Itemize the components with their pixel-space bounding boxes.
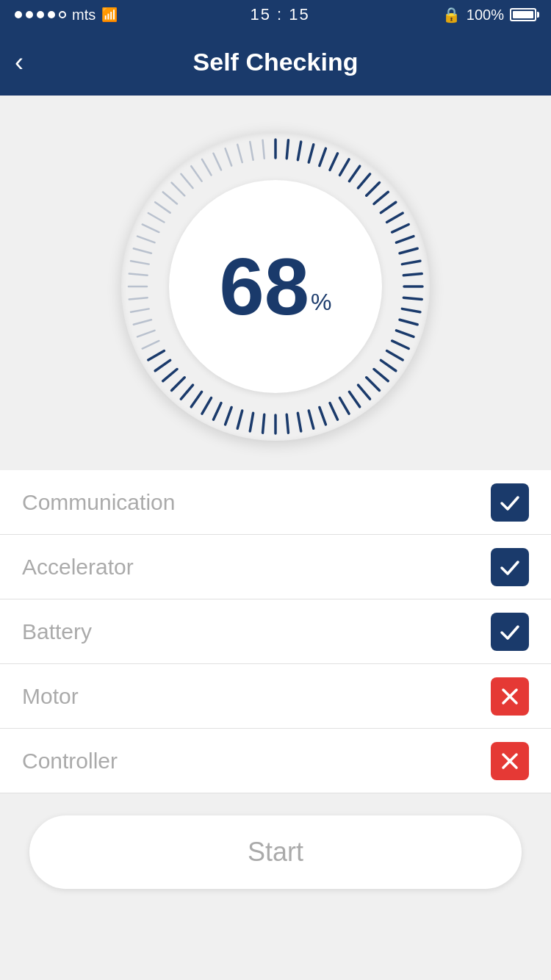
- check-item-motor: Motor: [0, 664, 551, 729]
- svg-line-8: [358, 174, 370, 188]
- svg-line-9: [367, 183, 380, 196]
- svg-line-30: [340, 398, 350, 414]
- svg-line-57: [134, 248, 151, 253]
- status-time: 15 : 15: [250, 5, 309, 24]
- svg-line-20: [402, 309, 420, 311]
- svg-line-63: [172, 183, 185, 196]
- gauge-section: 68%: [0, 96, 551, 470]
- svg-line-52: [131, 309, 149, 311]
- svg-line-32: [320, 407, 326, 424]
- svg-line-40: [226, 407, 232, 424]
- svg-line-70: [250, 142, 253, 160]
- main-content: 68% Communication Accelerator: [0, 96, 551, 980]
- check-item-communication: Communication: [0, 470, 551, 535]
- check-label-battery: Battery: [22, 619, 92, 644]
- svg-line-24: [387, 351, 403, 361]
- checkmark-icon: [498, 491, 522, 514]
- check-icon-controller: [491, 742, 529, 780]
- svg-line-69: [237, 145, 242, 162]
- svg-line-47: [155, 360, 170, 370]
- svg-line-26: [374, 369, 388, 381]
- svg-line-60: [148, 213, 165, 223]
- svg-line-64: [181, 174, 192, 188]
- svg-line-65: [191, 166, 201, 181]
- status-left: mts 📶: [15, 7, 118, 24]
- svg-line-13: [392, 224, 409, 232]
- svg-line-10: [374, 192, 388, 203]
- check-item-accelerator: Accelerator: [0, 535, 551, 599]
- svg-line-15: [400, 248, 417, 253]
- svg-line-21: [400, 320, 417, 324]
- lock-icon: 🔒: [442, 6, 461, 24]
- svg-line-31: [330, 403, 338, 420]
- check-icon-accelerator: [491, 548, 529, 586]
- dot-2: [26, 11, 33, 18]
- svg-line-41: [213, 403, 221, 420]
- check-item-controller: Controller: [0, 729, 551, 793]
- svg-line-14: [396, 237, 413, 243]
- back-button[interactable]: ‹: [15, 49, 24, 76]
- cross-icon: [498, 685, 522, 708]
- check-item-battery: Battery: [0, 599, 551, 664]
- check-label-accelerator: Accelerator: [22, 555, 134, 580]
- gauge-unit: %: [311, 289, 331, 315]
- svg-line-48: [148, 351, 165, 361]
- check-icon-motor: [491, 677, 529, 716]
- svg-line-3: [309, 145, 313, 162]
- svg-line-49: [143, 341, 159, 349]
- gauge-wrapper: 68%: [121, 132, 430, 441]
- svg-line-62: [163, 192, 177, 203]
- svg-line-22: [396, 331, 413, 337]
- svg-line-56: [131, 261, 149, 264]
- check-icon-battery: [491, 613, 529, 651]
- svg-line-12: [387, 213, 403, 223]
- svg-line-71: [263, 140, 264, 159]
- svg-line-28: [358, 385, 370, 399]
- page-title: Self Checking: [193, 48, 359, 76]
- svg-line-25: [381, 360, 395, 370]
- check-label-communication: Communication: [22, 490, 175, 515]
- dot-3: [37, 11, 44, 18]
- svg-line-46: [163, 369, 177, 381]
- svg-line-1: [287, 140, 288, 159]
- svg-line-17: [403, 274, 422, 275]
- battery-fill: [513, 11, 533, 18]
- dot-4: [48, 11, 55, 18]
- cross-icon: [498, 749, 522, 773]
- svg-line-50: [137, 331, 154, 337]
- svg-line-38: [250, 413, 253, 431]
- svg-line-37: [263, 414, 264, 433]
- svg-line-4: [320, 148, 326, 165]
- wifi-icon: 📶: [101, 7, 118, 23]
- svg-line-44: [181, 385, 192, 399]
- status-right: 🔒 100%: [442, 6, 536, 24]
- check-label-motor: Motor: [22, 684, 79, 709]
- svg-line-67: [213, 154, 221, 170]
- svg-line-33: [309, 411, 313, 428]
- svg-line-53: [129, 298, 148, 299]
- svg-line-59: [143, 224, 159, 232]
- gauge-outer: 68%: [121, 132, 430, 441]
- svg-line-29: [349, 392, 359, 406]
- check-list: Communication Accelerator Battery: [0, 470, 551, 793]
- gauge-number: 68: [220, 241, 309, 331]
- svg-line-43: [191, 392, 201, 406]
- svg-line-66: [202, 159, 212, 176]
- start-button[interactable]: Start: [29, 815, 522, 889]
- checkmark-icon: [498, 620, 522, 644]
- svg-line-2: [298, 142, 300, 160]
- carrier-name: mts: [72, 7, 96, 24]
- svg-line-39: [237, 411, 242, 428]
- svg-line-23: [392, 341, 409, 349]
- svg-line-7: [349, 166, 359, 181]
- svg-line-19: [403, 298, 422, 299]
- svg-line-55: [129, 274, 148, 275]
- svg-line-27: [367, 378, 380, 391]
- svg-line-5: [330, 154, 338, 170]
- signal-dots: [15, 11, 66, 18]
- svg-line-16: [402, 261, 420, 264]
- battery-icon: [510, 8, 536, 21]
- gauge-value: 68%: [220, 246, 332, 327]
- svg-line-6: [340, 159, 350, 176]
- svg-line-51: [134, 320, 151, 324]
